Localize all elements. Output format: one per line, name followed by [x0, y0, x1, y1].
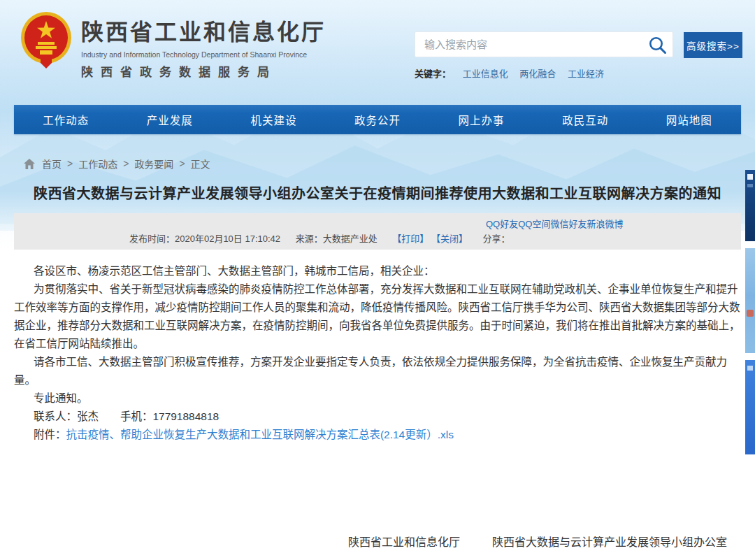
share-links[interactable]: QQ好友QQ空间微信好友新浪微博 — [486, 217, 623, 230]
site-branding: 陕西省工业和信息化厅 Industry and Information Tech… — [81, 14, 326, 80]
search-icon[interactable] — [648, 36, 667, 55]
breadcrumb: 首页 > 工作动态 > 政务要闻 > 正文 — [0, 134, 755, 171]
search-input[interactable] — [415, 32, 646, 57]
breadcrumb-separator: > — [123, 158, 129, 169]
paragraph-salutation: 各设区市、杨凌示范区工信主管部门、大数据主管部门，韩城市工信局，相关企业： — [14, 262, 741, 280]
national-emblem-icon — [20, 11, 73, 69]
page: 陕西省工业和信息化厅 Industry and Information Tech… — [0, 0, 755, 560]
breadcrumb-separator: > — [179, 158, 185, 169]
nav-item-work-updates[interactable]: 工作动态 — [14, 105, 118, 134]
nav-item-sitemap[interactable]: 网站地图 — [637, 105, 741, 134]
floating-widget-partial-1[interactable] — [745, 170, 755, 241]
site-header: 陕西省工业和信息化厅 Industry and Information Tech… — [0, 0, 755, 105]
publish-time: 发布时间：2020年02月10日 17:10:42 — [129, 234, 280, 244]
print-button[interactable]: 【打印】 — [392, 234, 429, 244]
article-title: 陕西省大数据与云计算产业发展领导小组办公室关于在疫情期间推荐使用大数据和工业互联… — [0, 182, 755, 203]
contact-line: 联系人：张杰 手机：17791884818 — [14, 408, 741, 426]
home-icon — [24, 159, 35, 169]
attachment-link[interactable]: 抗击疫情、帮助企业恢复生产大数据和工业互联网解决方案汇总表(2.14更新）.xl… — [66, 429, 454, 440]
attachment-line: 附件：抗击疫情、帮助企业恢复生产大数据和工业互联网解决方案汇总表(2.14更新）… — [14, 426, 741, 444]
search-area: 高级搜索>> 关键字： 工业信息化 两化融合 工业经济 — [415, 31, 673, 80]
breadcrumb-work-updates[interactable]: 工作动态 — [78, 157, 117, 171]
national-emblem-logo[interactable] — [20, 11, 73, 69]
article-meta-bar: QQ好友QQ空间微信好友新浪微博 发布时间：2020年02月10日 17:10:… — [14, 213, 741, 250]
advanced-search-button[interactable]: 高级搜索>> — [684, 32, 742, 58]
keyword-link[interactable]: 两化融合 — [519, 69, 556, 79]
article-body: 各设区市、杨凌示范区工信主管部门、大数据主管部门，韩城市工信局，相关企业： 为贯… — [0, 253, 755, 560]
article-source: 来源：大数据产业处 — [296, 234, 378, 244]
signature-org-1: 陕西省工业和信息化厅 — [348, 533, 460, 552]
keyword-link[interactable]: 工业信息化 — [463, 69, 508, 79]
signature-org-2: 陕西省大数据与云计算产业发展领导小组办公室 — [492, 533, 727, 552]
breadcrumb-home[interactable]: 首页 — [42, 157, 62, 171]
nav-item-online-service[interactable]: 网上办事 — [429, 105, 533, 134]
breadcrumb-current: 正文 — [191, 157, 210, 171]
site-title: 陕西省工业和信息化厅 — [81, 14, 326, 46]
header-zone: 陕西省工业和信息化厅 Industry and Information Tech… — [0, 0, 755, 253]
hot-keywords-row: 关键字： 工业信息化 两化融合 工业经济 — [415, 66, 673, 80]
nav-item-industry[interactable]: 产业发展 — [118, 105, 222, 134]
site-title-english: Industry and Information Technology Depa… — [81, 50, 326, 59]
nav-item-agency[interactable]: 机关建设 — [222, 105, 326, 134]
site-subtitle: 陕西省政务数据服务局 — [81, 62, 326, 80]
floating-widget-partial-2[interactable] — [745, 248, 755, 353]
article-meta-row: 发布时间：2020年02月10日 17:10:42 来源：大数据产业处 【打印】… — [129, 231, 510, 245]
paragraph-body-1: 为贯彻落实中、省关于新型冠状病毒感染的肺炎疫情防控工作总体部署，充分发挥大数据和… — [14, 280, 741, 353]
search-box: 高级搜索>> — [415, 31, 673, 57]
keyword-link[interactable]: 工业经济 — [568, 69, 604, 79]
floating-widget-partial-3[interactable] — [745, 360, 755, 454]
nav-item-gov-disclosure[interactable]: 政务公开 — [326, 105, 430, 134]
signature-block: 陕西省工业和信息化厅 陕西省大数据与云计算产业发展领导小组办公室 2020年2月… — [14, 533, 741, 560]
share-label: 分享： — [483, 234, 510, 244]
article-header-area: 首页 > 工作动态 > 政务要闻 > 正文 陕西省大数据与云计算产业发展领导小组… — [0, 134, 755, 250]
close-button[interactable]: 【关闭】 — [431, 234, 468, 244]
main-navigation: 工作动态 产业发展 机关建设 政务公开 网上办事 政民互动 网站地图 — [14, 105, 741, 134]
breadcrumb-gov-news[interactable]: 政务要闻 — [134, 157, 173, 171]
attachment-label: 附件： — [34, 429, 66, 440]
breadcrumb-separator: > — [67, 158, 73, 169]
paragraph-closing: 专此通知。 — [14, 389, 741, 408]
keywords-label: 关键字： — [415, 69, 451, 79]
paragraph-body-2: 请各市工信、大数据主管部门积极宣传推荐，方案开发企业要指定专人负责，依法依规全力… — [14, 353, 741, 389]
signature-orgs: 陕西省工业和信息化厅 陕西省大数据与云计算产业发展领导小组办公室 — [14, 533, 741, 552]
nav-item-interaction[interactable]: 政民互动 — [533, 105, 638, 134]
